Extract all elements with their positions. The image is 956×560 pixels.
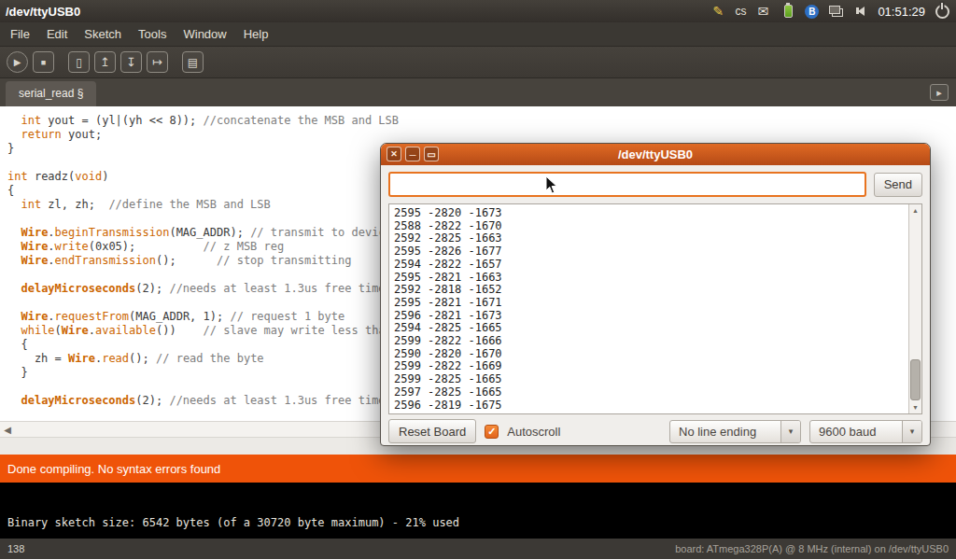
serial-output-line: 2590 -2820 -1670 <box>394 348 921 361</box>
serial-output-line: 2599 -2822 -1669 <box>394 360 921 373</box>
autoscroll-label: Autoscroll <box>507 425 560 439</box>
scroll-left-icon[interactable]: ◀ <box>0 425 15 435</box>
chevron-down-icon[interactable] <box>902 421 921 442</box>
menu-window[interactable]: Window <box>175 23 234 45</box>
serial-input-row: Send <box>381 165 930 202</box>
keyboard-layout-indicator[interactable]: cs <box>735 5 746 18</box>
system-tray: cs 01:51:29 <box>710 3 950 20</box>
console-text: Binary sketch size: 6542 bytes (of a 307… <box>7 516 459 529</box>
serial-output-line: 2594 -2825 -1665 <box>394 322 921 335</box>
serial-output-line: 2596 -2821 -1673 <box>394 310 921 323</box>
battery-icon[interactable] <box>780 3 796 20</box>
tab-serial-read[interactable]: serial_read § <box>6 81 96 106</box>
serial-output: 2595 -2820 -16732588 -2822 -16702592 -28… <box>389 204 921 412</box>
serial-controls-row: Reset Board Autoscroll No line ending 96… <box>381 414 930 448</box>
baud-rate-value: 9600 baud <box>810 421 884 442</box>
mouse-cursor <box>545 175 558 195</box>
menu-sketch[interactable]: Sketch <box>76 23 130 45</box>
serial-monitor-button[interactable] <box>182 51 204 73</box>
bluetooth-icon[interactable] <box>805 5 819 19</box>
board-info: board: ATmega328P(A) @ 8 MHz (internal) … <box>675 543 949 554</box>
close-icon[interactable] <box>387 147 401 161</box>
window-controls <box>387 147 439 161</box>
serial-output-line: 2595 -2826 -1677 <box>394 245 921 259</box>
serial-monitor-window: /dev/ttyUSB0 Send 2595 -2820 -16732588 -… <box>380 143 931 446</box>
toolbar <box>0 47 956 78</box>
serial-output-area[interactable]: 2595 -2820 -16732588 -2822 -16702592 -28… <box>388 203 922 414</box>
network-icon[interactable] <box>827 3 844 20</box>
stop-button[interactable] <box>33 51 54 73</box>
tab-menu-icon[interactable] <box>930 84 949 101</box>
chevron-down-icon[interactable] <box>780 421 800 442</box>
session-menu-icon[interactable] <box>935 5 949 19</box>
code-line: int yout = (yl|(yh << 8)); //concatenate… <box>7 114 956 128</box>
serial-output-line: 2595 -2820 -1673 <box>394 207 921 220</box>
menu-edit[interactable]: Edit <box>38 23 76 45</box>
serial-monitor-title: /dev/ttyUSB0 <box>618 147 693 161</box>
serial-output-line: 2596 -2819 -1675 <box>394 399 921 413</box>
tab-bar: serial_read § <box>0 78 956 106</box>
compile-status-message: Done compiling. No syntax errors found <box>7 462 220 476</box>
compile-status-bar: Done compiling. No syntax errors found <box>0 455 956 483</box>
serial-output-line: 2597 -2825 -1665 <box>394 386 921 399</box>
mail-icon[interactable] <box>754 3 771 20</box>
autoscroll-checkbox[interactable] <box>485 425 499 439</box>
serial-output-line: 2595 -2821 -1663 <box>394 272 921 285</box>
menu-help[interactable]: Help <box>235 23 277 45</box>
menu-tools[interactable]: Tools <box>130 23 175 45</box>
minimize-icon[interactable] <box>405 147 420 161</box>
build-console: Binary sketch size: 6542 bytes (of a 307… <box>0 483 956 539</box>
scroll-down-icon[interactable]: ▼ <box>909 401 921 413</box>
menu-file[interactable]: File <box>2 23 38 45</box>
line-ending-value: No line ending <box>670 421 765 442</box>
serial-output-line: 2599 -2825 -1665 <box>394 373 921 386</box>
serial-monitor-titlebar[interactable]: /dev/ttyUSB0 <box>381 144 930 165</box>
line-number-indicator: 138 <box>7 543 24 554</box>
open-sketch-button[interactable] <box>94 51 116 73</box>
line-ending-select[interactable]: No line ending <box>669 420 801 443</box>
footer-status-bar: 138 board: ATmega328P(A) @ 8 MHz (intern… <box>0 539 956 559</box>
top-panel: /dev/ttyUSB0 cs 01:51:29 <box>0 0 956 22</box>
serial-output-line: 2592 -2825 -1663 <box>394 232 921 245</box>
new-sketch-button[interactable] <box>68 51 90 73</box>
save-sketch-button[interactable] <box>120 51 142 73</box>
scrollbar-thumb[interactable] <box>910 359 921 400</box>
clock[interactable]: 01:51:29 <box>878 5 925 19</box>
scroll-up-icon[interactable]: ▲ <box>909 204 921 217</box>
serial-output-line: 2588 -2822 -1670 <box>394 220 921 233</box>
send-button[interactable]: Send <box>874 173 922 197</box>
upload-button[interactable] <box>147 51 168 73</box>
baud-rate-select[interactable]: 9600 baud <box>809 420 922 443</box>
serial-output-line: 2592 -2818 -1652 <box>394 284 921 297</box>
window-title: /dev/ttyUSB0 <box>6 5 80 19</box>
serial-input[interactable] <box>388 172 866 197</box>
volume-icon[interactable] <box>852 3 869 20</box>
serial-scrollbar[interactable]: ▲ ▼ <box>908 204 921 413</box>
serial-output-line: 2594 -2822 -1657 <box>394 259 921 272</box>
serial-output-line: 2599 -2822 -1666 <box>394 335 921 348</box>
maximize-icon[interactable] <box>424 147 439 161</box>
serial-output-line: 2595 -2821 -1671 <box>394 297 921 310</box>
menu-bar: FileEditSketchToolsWindowHelp <box>0 22 956 47</box>
code-line: return yout; <box>7 128 956 142</box>
note-icon[interactable] <box>710 3 726 20</box>
verify-button[interactable] <box>7 51 28 73</box>
reset-board-button[interactable]: Reset Board <box>388 419 476 443</box>
